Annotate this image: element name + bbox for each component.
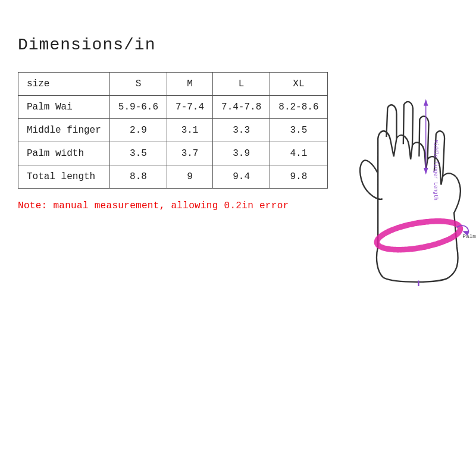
table-row: Palm width3.53.73.94.1 [18, 142, 328, 165]
row-cell: 8.2-8.6 [270, 96, 327, 119]
row-cell: 4.1 [270, 142, 327, 165]
row-cell: 7.4-7.8 [213, 96, 270, 119]
svg-text:Middle finger Length: Middle finger Length [432, 140, 438, 201]
table-row: Total length8.899.49.8 [18, 165, 328, 189]
row-label: Palm Wai [18, 96, 110, 119]
table-row: Middle finger2.93.13.33.5 [18, 119, 328, 142]
row-cell: 3.5 [270, 119, 327, 142]
dimensions-table: sizeSMLXLPalm Wai5.9-6.67-7.47.4-7.88.2-… [18, 72, 328, 189]
page: Dimensions/in sizeSMLXLPalm Wai5.9-6.67-… [0, 0, 476, 476]
row-cell: 3.1 [167, 119, 213, 142]
page-title: Dimensions/in [18, 36, 458, 54]
content-area: sizeSMLXLPalm Wai5.9-6.67-7.47.4-7.88.2-… [18, 72, 458, 286]
row-cell: 5.9-6.6 [109, 96, 167, 119]
row-cell: 2.9 [109, 119, 167, 142]
row-cell: 3.3 [213, 119, 270, 142]
col-header-xl: XL [270, 73, 327, 96]
note-text: Note: manual measurement, allowing 0.2in… [18, 201, 328, 211]
row-cell: 3.9 [213, 142, 270, 165]
svg-text:Palm Wai: Palm Wai [462, 233, 476, 240]
svg-marker-2 [423, 168, 428, 174]
row-label: Palm width [18, 142, 110, 165]
row-cell: 9 [167, 165, 213, 189]
row-cell: 3.7 [167, 142, 213, 165]
table-row: Palm Wai5.9-6.67-7.47.4-7.88.2-8.6 [18, 96, 328, 119]
row-cell: 8.8 [109, 165, 167, 189]
table-section: sizeSMLXLPalm Wai5.9-6.67-7.47.4-7.88.2-… [18, 72, 328, 211]
row-cell: 9.8 [270, 165, 327, 189]
row-label: Total length [18, 165, 110, 189]
row-cell: 9.4 [213, 165, 270, 189]
col-header-s: S [109, 73, 167, 96]
col-header-m: M [167, 73, 213, 96]
glove-section: Middle finger Length Palm Wai [340, 72, 477, 286]
row-label: Middle finger [18, 119, 110, 142]
col-header-l: L [213, 73, 270, 96]
row-cell: 3.5 [109, 142, 167, 165]
row-cell: 7-7.4 [167, 96, 213, 119]
col-header-size: size [18, 73, 110, 96]
svg-marker-1 [423, 99, 428, 105]
svg-point-4 [374, 216, 462, 255]
glove-illustration: Middle finger Length Palm Wai [340, 72, 477, 286]
